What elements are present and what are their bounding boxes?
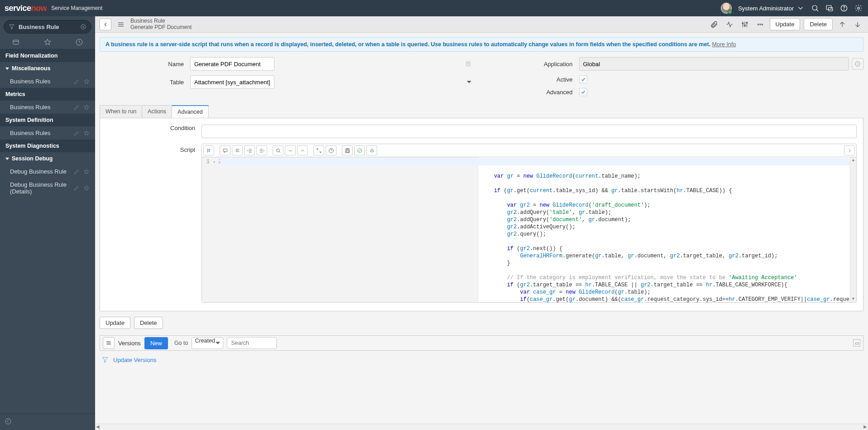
activity-icon[interactable] (725, 20, 734, 29)
form-title: Business Rule Generate PDF Document (130, 18, 192, 30)
help-icon[interactable] (840, 4, 848, 12)
next-record-icon[interactable] (854, 20, 862, 29)
star-icon[interactable] (83, 169, 90, 175)
delete-button[interactable]: Delete (804, 18, 833, 30)
attachment-icon[interactable] (710, 20, 718, 29)
script-editor: 1 ▾ 2 3 4 5 ▾ 6 7 8 9 10 11 12 13 ▾ 14 1… (201, 144, 857, 303)
find-button[interactable] (273, 145, 283, 155)
search-icon[interactable] (811, 4, 819, 12)
find-next-button[interactable] (285, 145, 296, 155)
nav-item[interactable]: Debug Business Rule (Details) (0, 178, 95, 198)
table-select[interactable] (190, 75, 274, 89)
new-button[interactable]: New (144, 337, 168, 349)
history-icon[interactable] (75, 38, 83, 46)
chevron-left-icon (102, 21, 109, 28)
back-button[interactable] (100, 19, 111, 30)
star-icon[interactable] (83, 130, 90, 136)
tab-advanced[interactable]: Advanced (172, 105, 209, 118)
avatar[interactable] (721, 3, 732, 14)
chat-icon[interactable] (825, 4, 834, 12)
nav-section[interactable]: System Diagnostics (0, 140, 95, 152)
name-label: Name (100, 61, 190, 68)
personalize-icon[interactable] (741, 20, 749, 29)
suggestion-icon[interactable] (465, 61, 471, 67)
favorites-icon[interactable] (43, 38, 52, 46)
star-icon[interactable] (83, 78, 90, 85)
form-tabs: When to run Actions Advanced Condition S… (100, 105, 863, 311)
nav-item-actions (73, 169, 90, 175)
hamburger-icon (106, 340, 112, 346)
gear-icon[interactable] (854, 4, 863, 12)
nav-group[interactable]: Miscellaneous (0, 62, 95, 75)
script-debugger-button[interactable] (366, 145, 377, 155)
nav-collapse[interactable] (0, 414, 95, 430)
all-apps-icon[interactable] (12, 38, 20, 46)
prev-record-icon[interactable] (838, 20, 846, 29)
code-body[interactable]: (function executeRule(current, previous … (478, 157, 850, 302)
toggle-syntax-button[interactable] (354, 145, 365, 155)
nav-group-label: Session Debug (12, 155, 53, 162)
clear-icon[interactable] (80, 24, 86, 30)
related-search-input[interactable] (227, 337, 277, 349)
collapse-list-button[interactable]: ▭ (853, 339, 860, 347)
related-list-title: Versions (118, 340, 141, 347)
update-button[interactable]: Update (770, 18, 801, 30)
nav-item[interactable]: Business Rules (0, 126, 95, 140)
comment-button[interactable] (220, 145, 230, 155)
goto-label: Go to (174, 340, 188, 346)
edit-icon[interactable] (73, 169, 80, 175)
edit-icon[interactable] (73, 78, 80, 85)
edit-icon[interactable] (73, 130, 80, 136)
indent-left-button[interactable] (244, 145, 255, 155)
format-button[interactable] (232, 145, 243, 155)
condition-input[interactable] (201, 125, 857, 138)
form-header: Business Rule Generate PDF Document Upda… (95, 16, 868, 33)
edit-icon[interactable] (73, 104, 80, 111)
tab-actions[interactable]: Actions (142, 105, 172, 118)
nav-section[interactable]: Metrics (0, 88, 95, 101)
active-checkbox[interactable] (579, 75, 587, 83)
svg-point-40 (209, 150, 210, 151)
expand-button[interactable] (844, 145, 855, 155)
horizontal-scrollbar[interactable]: ◀▶ (95, 424, 868, 430)
name-input[interactable] (190, 57, 274, 71)
help-button[interactable] (326, 145, 336, 155)
user-menu[interactable]: System Administrator (738, 4, 805, 12)
help-icon (328, 148, 334, 154)
find-prev-button[interactable] (297, 145, 308, 155)
nav-item[interactable]: Business Rules (0, 75, 95, 88)
application-info-button[interactable] (852, 58, 863, 70)
nav-filter[interactable]: Business Rule (4, 20, 91, 34)
indent-right-button[interactable] (256, 145, 267, 155)
funnel-icon[interactable] (101, 356, 109, 363)
nav-item-actions (73, 78, 90, 85)
advanced-label: Advanced (489, 89, 579, 96)
form-menu-icon[interactable] (117, 20, 125, 29)
form-type-label: Business Rule (130, 18, 192, 24)
tab-when-to-run[interactable]: When to run (100, 105, 142, 118)
check-icon (580, 89, 586, 95)
nav-section[interactable]: Field Normalization (0, 49, 95, 62)
advanced-checkbox[interactable] (579, 88, 587, 96)
delete-button-bottom[interactable]: Delete (134, 317, 163, 329)
list-menu-button[interactable] (103, 337, 115, 349)
more-info-link[interactable]: More Info (712, 41, 736, 48)
nav-group[interactable]: Session Debug (0, 152, 95, 165)
star-icon[interactable] (83, 185, 90, 191)
nav-item[interactable]: Business Rules (0, 101, 95, 114)
script-tree-button[interactable] (203, 145, 214, 155)
chevron-right-icon (847, 148, 853, 154)
nav-item-actions (73, 185, 90, 191)
vertical-scrollbar[interactable]: ▲▼ (850, 157, 856, 302)
update-versions-link[interactable]: Update Versions (113, 357, 156, 363)
star-icon[interactable] (83, 104, 90, 111)
nav-item[interactable]: Debug Business Rule (0, 165, 95, 178)
fullscreen-button[interactable] (313, 145, 324, 155)
more-icon[interactable] (756, 20, 764, 29)
goto-select[interactable]: Created (192, 337, 223, 349)
update-button-bottom[interactable]: Update (100, 317, 130, 329)
tree-icon (206, 148, 212, 154)
save-script-button[interactable] (342, 145, 353, 155)
nav-section[interactable]: System Definition (0, 114, 95, 126)
edit-icon[interactable] (73, 185, 80, 191)
